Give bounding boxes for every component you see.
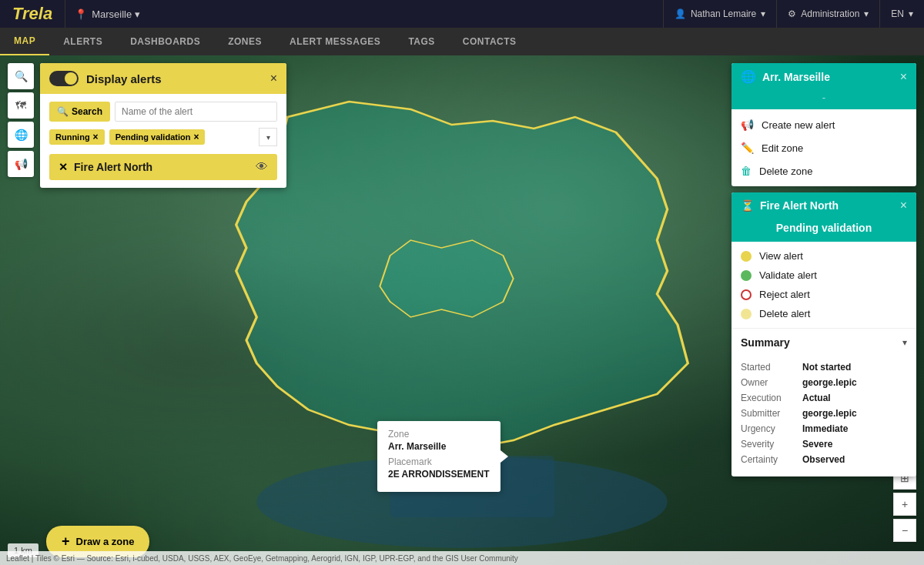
megaphone-button[interactable]: 📢: [8, 151, 34, 177]
summary-key-execution: Execution: [741, 393, 802, 403]
summary-val-certainty: Observed: [802, 454, 845, 465]
validate-alert-icon: [741, 270, 752, 281]
delete-alert-icon: [741, 309, 752, 319]
nav-item-alerts[interactable]: ALERTS: [49, 28, 116, 55]
view-alert-button[interactable]: View alert: [741, 248, 907, 264]
filter-running-remove-button[interactable]: ×: [93, 132, 99, 142]
tooltip-placemark-label: Placemark: [388, 456, 490, 467]
logo: Trela: [12, 4, 52, 24]
display-alerts-toggle[interactable]: [49, 71, 79, 86]
zone-panel-subtitle: -: [732, 90, 916, 109]
summary-key-severity: Severity: [741, 439, 802, 450]
validate-alert-button[interactable]: Validate alert: [741, 267, 907, 283]
delete-zone-button[interactable]: 🗑 Delete zone: [741, 162, 907, 180]
create-alert-icon: 📢: [741, 119, 754, 131]
display-alerts-title: Display alerts: [86, 72, 162, 85]
lang-selector[interactable]: EN ▾: [879, 0, 924, 28]
lang-chevron-icon: ▾: [909, 8, 913, 19]
alert-list-item: ✕ Fire Alert North 👁: [49, 154, 277, 180]
zoom-in-button[interactable]: +: [893, 493, 916, 516]
nav-item-alert-messages[interactable]: ALERT MESSAGES: [276, 28, 394, 55]
reject-alert-label: Reject alert: [759, 289, 810, 300]
nav-item-map[interactable]: MAP: [0, 28, 49, 55]
zone-globe-icon: 🌐: [741, 69, 756, 84]
filter-row: Running × Pending validation × ▾: [49, 128, 277, 146]
tooltip-zone-label: Zone: [388, 429, 490, 440]
zoom-out-button[interactable]: −: [893, 519, 916, 542]
location-chevron-icon: ▾: [135, 8, 140, 20]
display-alerts-header: Display alerts ×: [40, 63, 286, 94]
summary-val-urgency: Immediate: [802, 423, 848, 434]
search-input[interactable]: [115, 102, 277, 122]
nav-item-tags[interactable]: TAGS: [394, 28, 448, 55]
delete-zone-icon: 🗑: [741, 165, 752, 177]
display-alerts-body: 🔍 Search Running × Pending validation × …: [40, 94, 286, 188]
user-menu[interactable]: 👤 Nathan Lemaire ▾: [663, 0, 776, 28]
alert-panel-title: Fire Alert North: [760, 199, 839, 212]
summary-toggle-button[interactable]: Summary ▾: [732, 328, 916, 356]
summary-val-started: Not started: [802, 362, 851, 373]
admin-gear-icon: ⚙: [788, 8, 796, 19]
zone-panel-close-button[interactable]: ×: [900, 70, 907, 84]
location-pin-icon: 📍: [75, 8, 87, 20]
map-area[interactable]: 🔍 🗺 🌐 📢 Display alerts × 🔍 Search Ru: [0, 55, 924, 565]
alert-item-remove-button[interactable]: ✕: [59, 161, 68, 173]
create-new-alert-button[interactable]: 📢 Create new alert: [741, 115, 907, 134]
view-alert-label: View alert: [759, 250, 803, 262]
display-alerts-close-button[interactable]: ×: [270, 72, 277, 85]
user-chevron-icon: ▾: [761, 8, 765, 19]
create-alert-label: Create new alert: [762, 119, 835, 131]
attribution-text: Leaflet | Tiles © Esri — Source: Esri, i…: [6, 554, 518, 563]
filter-dropdown-button[interactable]: ▾: [259, 128, 277, 146]
zone-panel: 🌐 Arr. Marseille × - 📢 Create new alert …: [732, 63, 916, 186]
admin-menu[interactable]: ⚙ Administration ▾: [776, 0, 879, 28]
nav-item-dashboards[interactable]: DASHBOARDS: [116, 28, 214, 55]
edit-zone-icon: ✏️: [741, 142, 754, 154]
filter-pending-remove-button[interactable]: ×: [193, 132, 199, 142]
alert-item-visibility-button[interactable]: 👁: [256, 160, 268, 174]
alert-panel-status: Pending validation: [732, 219, 916, 242]
summary-title: Summary: [741, 336, 790, 349]
tooltip-placemark-value: 2E ARRONDISSEMENT: [388, 469, 490, 480]
summary-key-submitter: Submitter: [741, 408, 802, 419]
admin-chevron-icon: ▾: [864, 8, 869, 19]
alert-actions: View alert Validate alert Reject alert D…: [732, 242, 916, 328]
top-nav: Trela 📍 Marseille ▾ 👤 Nathan Lemaire ▾ ⚙…: [0, 0, 924, 28]
summary-key-owner: Owner: [741, 377, 802, 388]
search-map-button[interactable]: 🔍: [8, 63, 34, 89]
location-selector[interactable]: 📍 Marseille ▾: [65, 0, 149, 28]
edit-zone-button[interactable]: ✏️ Edit zone: [741, 139, 907, 157]
summary-row-urgency: Urgency Immediate: [741, 421, 907, 436]
globe-button[interactable]: 🌐: [8, 122, 34, 148]
map-attribution: Leaflet | Tiles © Esri — Source: Esri, i…: [0, 551, 924, 565]
summary-row-certainty: Certainty Observed: [741, 452, 907, 467]
summary-chevron-icon: ▾: [902, 337, 907, 348]
layers-button[interactable]: 🗺: [8, 92, 34, 119]
tooltip-arrow: [500, 450, 508, 463]
draw-zone-label: Draw a zone: [76, 536, 135, 547]
svg-marker-1: [380, 240, 513, 317]
filter-running-label: Running: [55, 132, 90, 142]
display-alerts-panel: Display alerts × 🔍 Search Running × Pend…: [40, 63, 286, 188]
search-icon: 🔍: [57, 106, 69, 117]
tooltip-zone-value: Arr. Marseille: [388, 441, 490, 452]
alert-panel-header: ⏳ Fire Alert North ×: [732, 192, 916, 219]
summary-key-started: Started: [741, 362, 802, 373]
search-button[interactable]: 🔍 Search: [49, 102, 110, 122]
view-alert-icon: [741, 251, 752, 262]
summary-row-execution: Execution Actual: [741, 390, 907, 406]
nav-item-zones[interactable]: ZONES: [214, 28, 276, 55]
alert-item-name: Fire Alert North: [74, 161, 152, 173]
left-toolbar: 🔍 🗺 🌐 📢: [8, 63, 34, 177]
delete-alert-button[interactable]: Delete alert: [741, 306, 907, 322]
zone-panel-header: 🌐 Arr. Marseille ×: [732, 63, 916, 90]
reject-alert-button[interactable]: Reject alert: [741, 286, 907, 303]
secondary-nav: MAP ALERTS DASHBOARDS ZONES ALERT MESSAG…: [0, 28, 924, 55]
alert-hourglass-icon: ⏳: [741, 199, 754, 212]
zone-panel-title: Arr. Marseille: [762, 71, 830, 83]
user-name: Nathan Lemaire: [691, 8, 756, 19]
admin-label: Administration: [801, 8, 859, 19]
reject-alert-icon: [741, 289, 752, 300]
alert-panel-close-button[interactable]: ×: [900, 199, 907, 212]
nav-item-contacts[interactable]: CONTACTS: [449, 28, 531, 55]
